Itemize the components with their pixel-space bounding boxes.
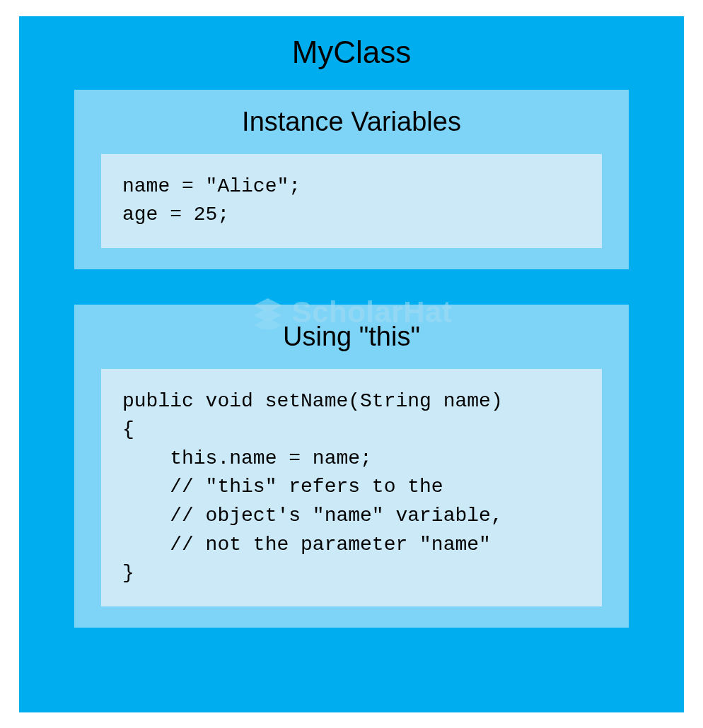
instance-variables-title: Instance Variables (242, 107, 461, 137)
using-this-panel: Using "this" public void setName(String … (74, 305, 629, 628)
using-this-code: public void setName(String name) { this.… (101, 369, 602, 606)
using-this-title: Using "this" (283, 322, 420, 352)
class-title: MyClass (292, 35, 412, 70)
diagram-container: MyClass Instance Variables name = "Alice… (19, 16, 684, 712)
instance-variables-panel: Instance Variables name = "Alice"; age =… (74, 90, 629, 269)
instance-variables-code: name = "Alice"; age = 25; (101, 154, 602, 248)
